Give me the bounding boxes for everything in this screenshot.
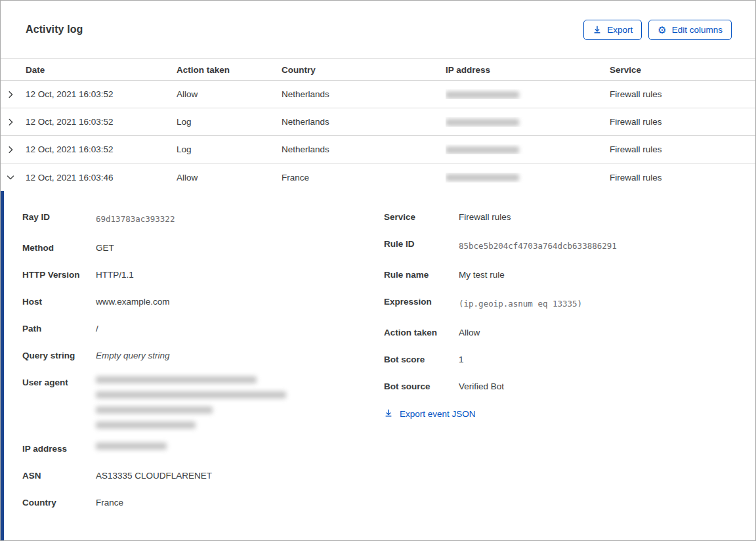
column-header-ip-address: IP address [446,65,610,75]
row-country: France [282,173,446,183]
detail-field-label: HTTP Version [22,269,96,282]
detail-field-label: Action taken [384,326,459,339]
row-ip-address [446,89,610,99]
edit-columns-button-label: Edit columns [672,25,723,35]
detail-right-column: ServiceFirewall rulesRule ID85bce5b204cf… [384,211,742,527]
detail-field-label: Query string [22,349,96,362]
event-detail-panel: Ray ID69d13783ac393322MethodGETHTTP Vers… [1,191,755,540]
detail-field-path: Path/ [22,322,374,335]
activity-log-window: Activity log Export ⚙ Edit columns Date … [0,0,756,541]
table-row-2[interactable]: 12 Oct, 2021 16:03:52 Log Netherlands Fi… [1,108,755,136]
detail-field-query-string: Query stringEmpty query string [22,349,374,362]
detail-field-label: Host [22,295,96,309]
row-ip-address [446,144,610,154]
redacted-value [96,376,257,383]
row-action-taken: Log [177,144,282,154]
detail-field-value: France [96,496,123,509]
detail-field-label: IP address [22,443,96,456]
detail-field-value: Verified Bot [459,380,504,393]
detail-field-rule-name: Rule nameMy test rule [384,269,742,282]
detail-field-label: Country [22,496,96,509]
chevron-down-icon[interactable] [1,173,26,182]
row-country: Netherlands [282,89,446,99]
detail-field-label: Service [384,211,459,224]
table-row-3[interactable]: 12 Oct, 2021 16:03:52 Log Netherlands Fi… [1,136,755,163]
detail-field-label: Bot score [384,353,459,366]
detail-field-rule-id: Rule ID85bce5b204cf4703a764dcb633886291 [384,238,742,255]
download-icon [384,408,393,420]
download-icon [593,25,602,34]
row-date: 12 Oct, 2021 16:03:52 [26,117,177,127]
redacted-ip [446,174,519,181]
row-action-taken: Allow [177,173,282,183]
export-event-json-label: Export event JSON [400,409,476,419]
detail-field-value: AS13335 CLOUDFLARENET [96,469,212,483]
detail-field-value: My test rule [459,269,505,282]
detail-field-expression: Expression(ip.geoip.asnum eq 13335) [384,295,742,313]
redacted-value [96,443,167,450]
chevron-right-icon[interactable] [1,90,26,99]
table-row-1[interactable]: 12 Oct, 2021 16:03:52 Allow Netherlands … [1,81,755,108]
detail-field-host: Hostwww.example.com [22,295,374,309]
export-event-json-link[interactable]: Export event JSON [384,408,476,420]
detail-field-value: 69d13783ac393322 [96,211,175,228]
column-header-action-taken: Action taken [177,65,282,75]
row-service: Firewall rules [610,144,755,154]
redacted-value [96,422,196,429]
detail-field-ip-address: IP address [22,443,374,456]
detail-left-column: Ray ID69d13783ac393322MethodGETHTTP Vers… [22,211,374,527]
detail-field-label: Expression [384,295,459,313]
row-action-taken: Allow [177,89,282,99]
detail-field-value: Allow [459,326,480,339]
row-service: Firewall rules [610,117,755,127]
detail-field-method: MethodGET [22,242,374,255]
column-header-date: Date [26,65,177,75]
chevron-right-icon[interactable] [1,145,26,154]
row-country: Netherlands [282,117,446,127]
table-body: 12 Oct, 2021 16:03:52 Allow Netherlands … [1,81,755,191]
detail-field-value: 1 [459,353,464,366]
detail-field-value: 85bce5b204cf4703a764dcb633886291 [459,238,617,255]
table-row-4[interactable]: 12 Oct, 2021 16:03:46 Allow France Firew… [1,163,755,191]
detail-field-http-version: HTTP VersionHTTP/1.1 [22,269,374,282]
detail-field-value [96,443,167,456]
chevron-right-icon[interactable] [1,118,26,127]
column-header-country: Country [282,65,446,75]
detail-field-value: Empty query string [96,349,170,362]
detail-field-asn: ASNAS13335 CLOUDFLARENET [22,469,374,483]
redacted-ip [446,146,519,154]
detail-field-label: Bot source [384,380,459,393]
detail-field-label: Method [22,242,96,255]
detail-field-value [96,376,286,429]
column-header-service: Service [610,65,755,75]
gear-icon: ⚙ [658,25,666,35]
redacted-value [96,391,286,399]
table-header-row: Date Action taken Country IP address Ser… [1,58,755,81]
redacted-value [96,406,213,414]
row-service: Firewall rules [610,173,755,183]
detail-field-label: Rule ID [384,238,459,255]
detail-field-value: HTTP/1.1 [96,269,134,282]
detail-field-label: Rule name [384,269,459,282]
page-title: Activity log [26,24,83,35]
detail-field-bot-score: Bot score1 [384,353,742,366]
detail-field-country: CountryFrance [22,496,374,509]
topbar-actions: Export ⚙ Edit columns [583,20,732,40]
detail-field-value: (ip.geoip.asnum eq 13335) [459,295,582,313]
export-button-label: Export [607,25,633,35]
row-date: 12 Oct, 2021 16:03:52 [26,89,177,99]
activity-log-table: Date Action taken Country IP address Ser… [1,58,755,191]
row-date: 12 Oct, 2021 16:03:46 [26,173,177,183]
edit-columns-button[interactable]: ⚙ Edit columns [648,20,732,40]
detail-field-label: User agent [22,376,96,429]
row-ip-address [446,173,610,183]
row-ip-address [446,117,610,127]
row-action-taken: Log [177,117,282,127]
detail-field-value: / [96,322,98,335]
detail-field-label: ASN [22,469,96,483]
export-button[interactable]: Export [583,20,642,40]
detail-field-ray-id: Ray ID69d13783ac393322 [22,211,374,228]
detail-field-value: www.example.com [96,295,170,309]
detail-field-label: Ray ID [22,211,96,228]
row-service: Firewall rules [610,89,755,99]
